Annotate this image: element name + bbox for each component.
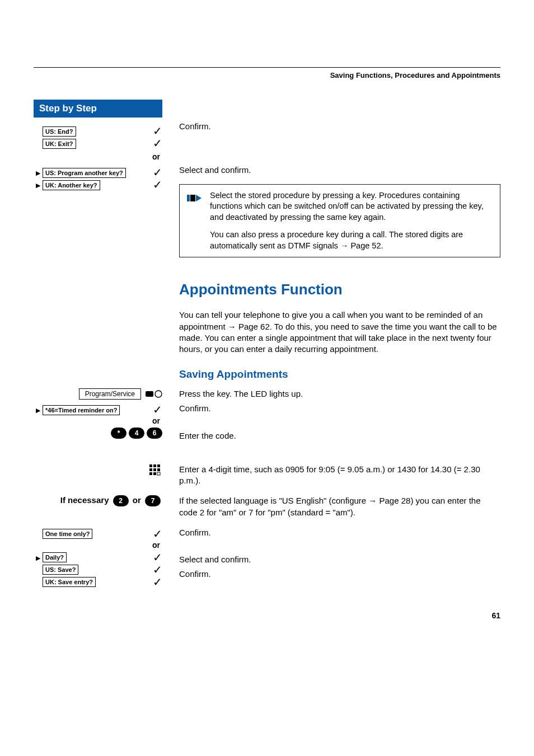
check-icon: ✓ [148,576,162,588]
display-option-program-another-us: US: Program another key? [43,168,126,178]
led-key-icon [146,389,162,398]
display-option-timed-reminder: *46=Timed reminder on? [43,405,120,415]
instruction-language-code: If the selected language is "US English"… [179,495,500,518]
or-separator: or [34,152,162,161]
svg-rect-6 [153,464,156,467]
check-icon: ✓ [148,528,162,539]
note-paragraph-2: You can also press a procedure key durin… [210,229,493,251]
svg-marker-2 [196,195,202,201]
svg-point-4 [155,391,162,397]
dialpad-key-4[interactable]: 4 [129,428,144,439]
instruction-press-key: Press the key. The LED lights up. [179,388,500,400]
scroll-arrow-icon [34,168,43,177]
display-option-save-uk: UK: Save entry? [43,577,96,587]
dialpad-key-7[interactable]: 7 [145,495,161,506]
note-box: Select the stored procedure by pressing … [179,184,500,258]
svg-rect-3 [146,391,153,397]
step-by-step-banner: Step by Step [34,100,162,118]
instruction-confirm-3: Confirm. [179,527,500,538]
keypad-icon [34,464,162,478]
header-rule [34,67,500,68]
if-necessary-line: If necessary 2 or 7 [34,495,162,506]
running-head: Saving Functions, Procedures and Appoint… [34,71,500,79]
svg-rect-8 [149,468,152,471]
check-icon: ✓ [148,125,162,137]
or-separator: or [34,541,162,550]
check-icon: ✓ [148,564,162,575]
scroll-arrow-icon [34,405,43,414]
page-ref-62: Page 62. [228,322,272,331]
display-option-save-us: US: Save? [43,565,78,575]
page-ref-52: Page 52. [340,241,383,250]
instruction-select-confirm-2: Select and confirm. [179,554,500,565]
svg-rect-9 [153,468,156,471]
svg-rect-11 [149,472,152,475]
note-icon [186,190,203,252]
display-option-exit-uk: UK: Exit? [43,139,76,149]
check-icon: ✓ [148,138,162,149]
dialpad-key-star[interactable]: * [111,428,127,439]
svg-rect-7 [157,464,160,467]
section-heading-appointments: Appointments Function [179,280,500,299]
check-icon: ✓ [148,167,162,178]
display-option-daily: Daily? [43,552,67,562]
instruction-confirm: Confirm. [179,121,500,132]
page-ref-28: Page 28 [368,496,410,505]
display-option-another-key-uk: UK: Another key? [43,180,100,190]
scroll-arrow-icon [34,180,43,189]
display-option-one-time: One time only? [43,529,92,539]
check-icon: ✓ [148,404,162,415]
scroll-arrow-icon [34,553,43,562]
dialpad-key-2[interactable]: 2 [113,495,129,506]
dialpad-key-6[interactable]: 6 [147,428,162,439]
instruction-enter-code: Enter the code. [179,430,500,442]
svg-rect-13 [157,472,160,475]
check-icon: ✓ [148,552,162,563]
svg-rect-12 [153,472,156,475]
subsection-saving-appointments: Saving Appointments [179,367,500,382]
note-paragraph-1: Select the stored procedure by pressing … [210,190,493,223]
svg-rect-0 [187,195,190,201]
appointments-intro: You can tell your telephone to give you … [179,309,500,355]
manual-page: Saving Functions, Procedures and Appoint… [0,0,534,642]
instruction-enter-time: Enter a 4-digit time, such as 0905 for 9… [179,464,500,487]
svg-rect-5 [149,464,152,467]
instruction-confirm-2: Confirm. [179,403,500,414]
page-number: 61 [34,611,500,620]
instruction-select-confirm: Select and confirm. [179,165,500,176]
program-service-key[interactable]: Program/Service [79,388,141,400]
check-icon: ✓ [148,179,162,190]
display-option-end-us: US: End? [43,126,76,137]
or-separator: or [34,416,162,425]
svg-rect-1 [190,195,195,201]
svg-rect-10 [157,468,160,471]
instruction-confirm-4: Confirm. [179,569,500,580]
